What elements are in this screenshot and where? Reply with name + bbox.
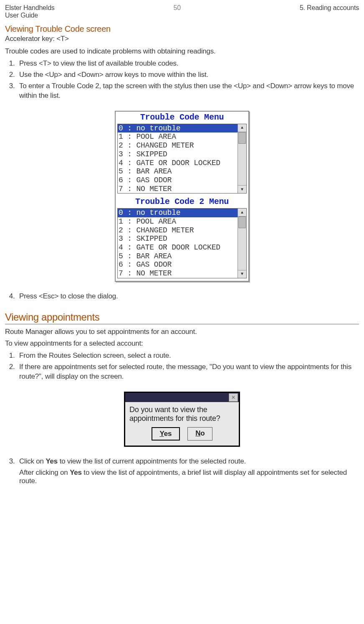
list-item[interactable]: 6 : GAS ODOR [118,176,238,185]
close-icon[interactable]: ✕ [229,393,238,402]
scroll-track[interactable] [238,216,246,270]
accelerator-key-text: Accelerator key: <T> [5,35,359,43]
list-rows: 0 : no trouble 1 : POOL AREA 2 : CHANGED… [118,124,238,194]
step3-bold: Yes [46,457,58,465]
trouble-steps-list-1: Press <T> to view the list of available … [5,59,359,101]
scroll-down-icon[interactable]: ▼ [238,270,246,278]
no-mnemonic: N [195,429,200,437]
after-pre: After clicking on [19,469,70,476]
dialog-body: Do you want to view the appointments for… [125,402,239,446]
appointments-intro: Route Manager allows you to set appointm… [5,328,359,336]
step-item: If there are appointments set for select… [17,362,359,382]
step-item: Press <Esc> to close the dialog. [17,292,359,301]
appointments-dialog-screenshot: ✕ Do you want to view the appointments f… [5,392,359,447]
yes-button[interactable]: Yes [152,427,180,441]
list-item[interactable]: 6 : GAS ODOR [118,260,238,269]
list-item[interactable]: 5 : BAR AREA [118,167,238,176]
heading-trouble-code: Viewing Trouble Code screen [5,24,359,34]
list-item[interactable]: 3 : SKIPPED [118,150,238,159]
guide-label: User Guide [5,12,55,19]
no-label-rest: o [200,429,205,437]
step-item: Use the <Up> and <Down> arrow keys to mo… [17,70,359,80]
scrollbar[interactable]: ▲ ▼ [238,124,246,194]
scroll-thumb[interactable] [238,132,246,144]
step-item: Click on Yes to view the list of current… [17,457,359,466]
step3-post: to view the list of current appointments… [58,457,246,465]
list-item[interactable]: 7 : NO METER [118,185,238,194]
dialog-panel: ✕ Do you want to view the appointments f… [124,392,240,447]
no-button[interactable]: No [187,427,212,441]
list-item[interactable]: 2 : CHANGED METER [118,226,238,235]
step3-pre: Click on [19,457,46,465]
scroll-down-icon[interactable]: ▼ [238,185,246,193]
trouble-intro-text: Trouble codes are used to indicate probl… [5,47,359,56]
list-item[interactable]: 2 : CHANGED METER [118,141,238,150]
yes-label-rest: es [164,430,172,438]
after-bold: Yes [70,469,82,476]
list-rows: 0 : no trouble 1 : POOL AREA 2 : CHANGED… [118,209,238,278]
page-header: Elster Handhelds User Guide 50 5. Readin… [5,4,359,19]
list-item[interactable]: 4 : GATE OR DOOR LOCKED [118,243,238,252]
scrollbar[interactable]: ▲ ▼ [238,209,246,278]
step-item: From the Routes Selection screen, select… [17,351,359,361]
appointments-steps-list-2: Click on Yes to view the list of current… [5,457,359,466]
menu-title-2: Trouble Code 2 Menu [116,196,248,207]
device-panel: Trouble Code Menu 0 : no trouble 1 : POO… [115,111,249,282]
list-item[interactable]: 7 : NO METER [118,269,238,278]
dialog-message: Do you want to view the appointments for… [129,405,235,423]
step-item: Press <T> to view the list of available … [17,59,359,69]
scroll-track[interactable] [238,132,246,186]
list-item[interactable]: 4 : GATE OR DOOR LOCKED [118,159,238,168]
appointments-steps-list-1: From the Routes Selection screen, select… [5,351,359,382]
list-item[interactable]: 5 : BAR AREA [118,252,238,261]
trouble-code-screenshot: Trouble Code Menu 0 : no trouble 1 : POO… [5,111,359,282]
list-item-selected[interactable]: 0 : no trouble [118,124,238,133]
scroll-thumb[interactable] [238,216,246,228]
dialog-titlebar: ✕ [125,393,239,402]
yes-mnemonic: Y [160,430,164,438]
list-item-selected[interactable]: 0 : no trouble [118,209,238,217]
page-number: 50 [174,4,181,19]
section-label: 5. Reading accounts [300,4,359,19]
step-item: To enter a Trouble Code 2, tap the scree… [17,82,359,101]
list-item[interactable]: 1 : POOL AREA [118,217,238,226]
list-item[interactable]: 3 : SKIPPED [118,234,238,243]
dialog-buttons: Yes No [129,427,235,441]
menu-title-1: Trouble Code Menu [116,112,248,123]
trouble-code-listbox-2[interactable]: 0 : no trouble 1 : POOL AREA 2 : CHANGED… [117,208,247,278]
trouble-code-listbox-1[interactable]: 0 : no trouble 1 : POOL AREA 2 : CHANGED… [117,124,247,194]
after-step-text: After clicking on Yes to view the list o… [19,469,359,485]
product-name: Elster Handhelds [5,4,55,12]
trouble-steps-list-2: Press <Esc> to close the dialog. [5,292,359,301]
scroll-up-icon[interactable]: ▲ [238,124,246,132]
scroll-up-icon[interactable]: ▲ [238,209,246,216]
appointments-lead: To view appointments for a selected acco… [5,339,359,348]
heading-appointments: Viewing appointments [5,311,359,324]
header-left: Elster Handhelds User Guide [5,4,55,19]
list-item[interactable]: 1 : POOL AREA [118,132,238,141]
